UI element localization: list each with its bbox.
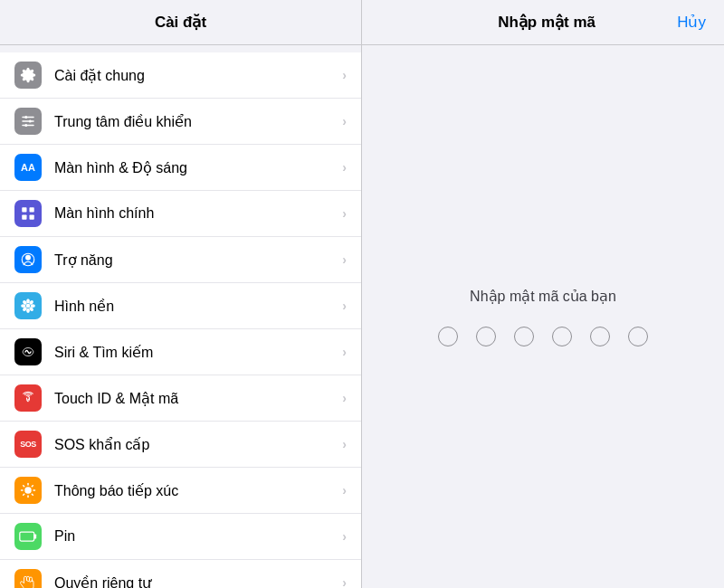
passcode-dot-6 (628, 327, 648, 346)
sliders-icon (14, 108, 42, 135)
sun-icon (14, 477, 42, 504)
chevron-right-icon: › (342, 345, 347, 359)
passcode-dot-2 (476, 327, 496, 346)
chevron-right-icon: › (342, 299, 347, 313)
chevron-right-icon: › (342, 391, 347, 405)
svg-point-17 (25, 488, 31, 493)
settings-item-exposure[interactable]: Thông báo tiếp xúc› (0, 468, 361, 514)
settings-item-wallpaper[interactable]: Hình nền› (0, 283, 361, 329)
svg-rect-27 (34, 535, 37, 539)
svg-point-8 (26, 304, 31, 308)
settings-item-general[interactable]: Cài đặt chung› (0, 52, 361, 99)
svg-point-12 (31, 304, 35, 308)
gear-icon (14, 62, 42, 89)
left-panel-title: Cài đặt (14, 13, 347, 32)
hand-icon (14, 569, 42, 588)
settings-list: Cài đặt chung›Trung tâm điều khiển›AAMàn… (0, 52, 361, 588)
passcode-dot-5 (590, 327, 610, 346)
settings-item-label-siri: Siri & Tìm kiếm (54, 344, 342, 361)
cancel-button[interactable]: Hủy (677, 13, 706, 32)
settings-left-panel: Cài đặt chung›Trung tâm điều khiển›AAMàn… (0, 45, 362, 588)
sos-icon: SOS (14, 431, 42, 458)
svg-point-9 (26, 299, 30, 303)
svg-point-10 (26, 308, 30, 313)
settings-item-touchid[interactable]: Touch ID & Mật mã› (0, 375, 361, 422)
svg-line-22 (24, 486, 24, 487)
svg-line-24 (32, 486, 33, 487)
svg-point-1 (29, 120, 32, 123)
settings-item-display[interactable]: AAMàn hình & Độ sáng› (0, 145, 361, 191)
settings-item-label-homescreen: Màn hình chính (54, 205, 342, 222)
settings-item-accessibility[interactable]: Trợ năng› (0, 237, 361, 283)
chevron-right-icon: › (342, 252, 347, 267)
settings-item-sos[interactable]: SOSSOS khẩn cấp› (0, 422, 361, 468)
settings-item-homescreen[interactable]: Màn hình chính› (0, 191, 361, 237)
person-circle-icon (14, 246, 42, 273)
svg-point-11 (21, 304, 25, 308)
svg-line-25 (24, 494, 24, 495)
svg-rect-26 (20, 532, 34, 541)
chevron-right-icon: › (342, 483, 347, 498)
settings-item-label-battery: Pin (54, 528, 342, 545)
settings-item-label-accessibility: Trợ năng (54, 251, 342, 269)
siri-icon (14, 338, 42, 365)
svg-rect-6 (30, 215, 34, 220)
passcode-prompt-title: Nhập mật mã của bạn (438, 288, 648, 305)
settings-item-label-display: Màn hình & Độ sáng (54, 159, 342, 176)
chevron-right-icon: › (342, 575, 347, 588)
chevron-right-icon: › (342, 160, 347, 175)
chevron-right-icon: › (342, 437, 347, 451)
settings-item-label-sos: SOS khẩn cấp (54, 436, 342, 453)
settings-item-control-center[interactable]: Trung tâm điều khiển› (0, 99, 361, 145)
passcode-dot-4 (552, 327, 572, 346)
settings-item-label-wallpaper: Hình nền (54, 298, 342, 315)
svg-rect-5 (22, 215, 26, 220)
settings-item-label-exposure: Thông báo tiếp xúc (54, 482, 342, 499)
passcode-right-panel: Nhập mật mã của bạn (362, 45, 724, 588)
svg-line-23 (32, 494, 33, 495)
svg-point-0 (24, 116, 27, 119)
chevron-right-icon: › (342, 114, 347, 128)
right-panel-header: Nhập mật mã Hủy (362, 0, 724, 44)
passcode-prompt-container: Nhập mật mã của bạn (438, 288, 648, 346)
grid-icon (14, 200, 42, 227)
aa-icon: AA (14, 154, 42, 181)
settings-item-privacy[interactable]: Quyền riêng tư› (0, 560, 361, 588)
fingerprint-icon (14, 384, 42, 412)
passcode-dot-1 (438, 327, 458, 346)
settings-item-label-privacy: Quyền riêng tư (54, 574, 342, 589)
svg-rect-3 (22, 207, 26, 212)
chevron-right-icon: › (342, 68, 347, 82)
chevron-right-icon: › (342, 206, 347, 221)
left-panel-header: Cài đặt (0, 0, 362, 44)
svg-point-2 (24, 124, 27, 127)
settings-item-siri[interactable]: Siri & Tìm kiếm› (0, 329, 361, 375)
top-bar: Cài đặt Nhập mật mã Hủy (0, 0, 724, 45)
right-panel-title: Nhập mật mã (416, 13, 677, 32)
passcode-dots-row (438, 327, 648, 346)
chevron-right-icon: › (342, 529, 347, 544)
settings-item-label-touchid: Touch ID & Mật mã (54, 390, 342, 407)
flower-icon (14, 292, 42, 319)
passcode-dot-3 (514, 327, 534, 346)
settings-item-label-general: Cài đặt chung (54, 67, 342, 84)
svg-rect-4 (30, 207, 34, 212)
main-content: Cài đặt chung›Trung tâm điều khiển›AAMàn… (0, 45, 724, 588)
battery-icon (14, 523, 42, 550)
settings-item-label-control-center: Trung tâm điều khiển (54, 113, 342, 130)
settings-item-battery[interactable]: Pin› (0, 514, 361, 560)
